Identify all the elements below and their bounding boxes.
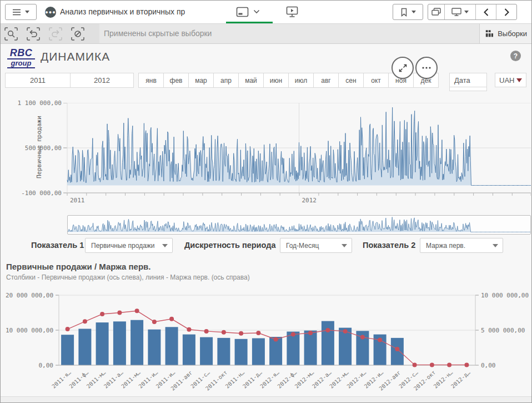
clear-selections-button[interactable] bbox=[71, 27, 85, 41]
current-sheet-button[interactable] bbox=[236, 7, 249, 18]
month-filter-июл[interactable]: июл bbox=[288, 73, 314, 88]
next-sheet-button[interactable] bbox=[496, 4, 516, 19]
month-filter-апр[interactable]: апр bbox=[213, 73, 239, 88]
bar-2011-май[interactable] bbox=[131, 320, 143, 365]
granularity-dropdown[interactable]: Год-Месяц bbox=[280, 238, 352, 253]
storytelling-button[interactable] bbox=[286, 6, 298, 18]
sheet-overview-button[interactable] bbox=[428, 4, 445, 19]
bar-2011-мар[interactable] bbox=[96, 322, 109, 365]
line-point-2011-июл[interactable] bbox=[169, 317, 174, 321]
svg-text:2011: 2011 bbox=[70, 197, 85, 204]
selections-tool-label: Выборки bbox=[498, 29, 527, 38]
app-title: Анализ первичных и вторичных про… bbox=[60, 7, 185, 16]
smart-search-button[interactable] bbox=[4, 27, 18, 41]
granularity-label: Дискретность периода bbox=[184, 238, 275, 253]
line-point-2012-июн[interactable] bbox=[360, 335, 365, 340]
month-filter-авг[interactable]: авг bbox=[313, 73, 339, 88]
line-point-2012-сен[interactable] bbox=[413, 362, 417, 367]
svg-text:0,00: 0,00 bbox=[39, 362, 54, 369]
line-point-2012-июл[interactable] bbox=[378, 338, 382, 342]
selections-tool-button[interactable]: Выборки bbox=[479, 24, 532, 43]
line-point-2012-авг[interactable] bbox=[395, 347, 399, 351]
time-range-navigator[interactable] bbox=[67, 215, 531, 235]
sheets-stack-icon bbox=[431, 8, 441, 16]
line-point-2012-апр[interactable] bbox=[325, 328, 330, 332]
expand-icon bbox=[398, 63, 408, 73]
line-point-2011-окт[interactable] bbox=[222, 330, 226, 335]
year-filter-2012[interactable]: 2012 bbox=[70, 73, 134, 88]
app-options-icon[interactable]: ●●● bbox=[45, 7, 56, 18]
bar-2011-дек[interactable] bbox=[252, 339, 265, 366]
monitor-icon bbox=[451, 8, 461, 16]
step-forward-button[interactable] bbox=[48, 27, 63, 41]
combo-chart-subtitle: Столбики - Первичные продажи (ось слева)… bbox=[6, 273, 250, 281]
app-toolbar: ●●● Анализ первичных и вторичных про… bbox=[1, 1, 532, 24]
sheet-selector-caret-icon bbox=[464, 11, 469, 13]
month-filter-май[interactable]: май bbox=[238, 73, 264, 88]
presentation-play-icon bbox=[286, 6, 298, 18]
help-button[interactable]: ? bbox=[510, 51, 521, 61]
line-point-2011-янв[interactable] bbox=[66, 327, 70, 331]
bar-2011-янв[interactable] bbox=[61, 335, 74, 365]
line-point-2012-окт[interactable] bbox=[430, 362, 434, 367]
bar-2011-июн[interactable] bbox=[148, 330, 160, 365]
line-point-2011-апр[interactable] bbox=[117, 311, 122, 315]
year-filter-2011[interactable]: 2011 bbox=[5, 73, 71, 88]
indicator2-dropdown[interactable]: Маржа перв. bbox=[420, 238, 503, 253]
selections-grid-icon bbox=[485, 29, 493, 38]
global-menu-button[interactable] bbox=[5, 4, 37, 20]
bar-2011-авг[interactable] bbox=[183, 335, 195, 365]
month-filter-мар[interactable]: мар bbox=[188, 73, 214, 88]
line-point-2012-дек[interactable] bbox=[464, 362, 469, 367]
bar-2011-июл[interactable] bbox=[165, 327, 178, 365]
indicator2-value: Маржа перв. bbox=[426, 242, 465, 250]
month-filter-июн[interactable]: июн bbox=[263, 73, 289, 88]
line-point-2011-ноя[interactable] bbox=[239, 331, 243, 336]
date-filter-list[interactable] bbox=[449, 87, 487, 91]
daily-sales-chart[interactable]: 20112012 bbox=[63, 103, 531, 206]
fullscreen-button[interactable] bbox=[392, 57, 414, 79]
combo-chart[interactable]: 20 000 000,0010 000 000,0010 000 000,005… bbox=[1, 290, 532, 396]
bar-2012-авг[interactable] bbox=[391, 338, 404, 365]
indicator1-caret-icon bbox=[162, 244, 168, 247]
bar-2012-мар[interactable] bbox=[304, 331, 317, 365]
bar-2011-сен[interactable] bbox=[200, 337, 213, 365]
month-filter-фев[interactable]: фев bbox=[163, 73, 189, 88]
more-options-button[interactable] bbox=[415, 57, 438, 79]
line-point-2011-дек[interactable] bbox=[256, 331, 260, 335]
month-filter-янв[interactable]: янв bbox=[138, 73, 164, 88]
line-point-2011-мар[interactable] bbox=[100, 312, 104, 316]
line-point-2011-июн[interactable] bbox=[152, 320, 157, 324]
chevron-down-icon bbox=[253, 9, 260, 14]
line-point-2011-фев[interactable] bbox=[83, 319, 87, 324]
navigator-mini-chart bbox=[68, 216, 530, 234]
bar-2011-окт[interactable] bbox=[217, 338, 230, 365]
clear-all-icon bbox=[71, 27, 84, 41]
month-filter-окт[interactable]: окт bbox=[363, 73, 389, 88]
line-point-2012-янв[interactable] bbox=[274, 337, 278, 341]
line-point-2011-сен[interactable] bbox=[204, 329, 209, 334]
indicator1-label: Показатель 1 bbox=[31, 238, 84, 253]
line-point-2011-авг[interactable] bbox=[187, 327, 191, 332]
line-point-2012-фев[interactable] bbox=[291, 332, 295, 337]
line-point-2012-мар[interactable] bbox=[308, 331, 313, 335]
indicator1-dropdown[interactable]: Первичные продажи bbox=[85, 238, 173, 253]
svg-text:10 000 000,00: 10 000 000,00 bbox=[6, 327, 53, 334]
currency-dropdown[interactable]: UAH bbox=[495, 73, 526, 87]
bar-2011-ноя[interactable] bbox=[235, 339, 248, 365]
previous-sheet-button[interactable] bbox=[476, 4, 496, 19]
bar-2012-апр[interactable] bbox=[322, 321, 334, 365]
date-filter-title: Дата bbox=[454, 76, 470, 84]
bar-2011-фев[interactable] bbox=[78, 329, 91, 366]
bookmarks-button[interactable] bbox=[393, 4, 423, 20]
sheet-selector-button[interactable] bbox=[445, 4, 476, 19]
sheet-icon bbox=[236, 7, 249, 18]
line-point-2012-ноя[interactable] bbox=[447, 362, 451, 367]
line-point-2012-май[interactable] bbox=[343, 329, 348, 334]
date-filter[interactable]: Дата bbox=[449, 73, 487, 87]
line-point-2011-май[interactable] bbox=[135, 309, 139, 313]
bar-2011-апр[interactable] bbox=[113, 321, 126, 365]
step-back-button[interactable] bbox=[26, 27, 41, 41]
sheet-list-chevron[interactable] bbox=[253, 9, 260, 14]
month-filter-сен[interactable]: сен bbox=[338, 73, 364, 88]
